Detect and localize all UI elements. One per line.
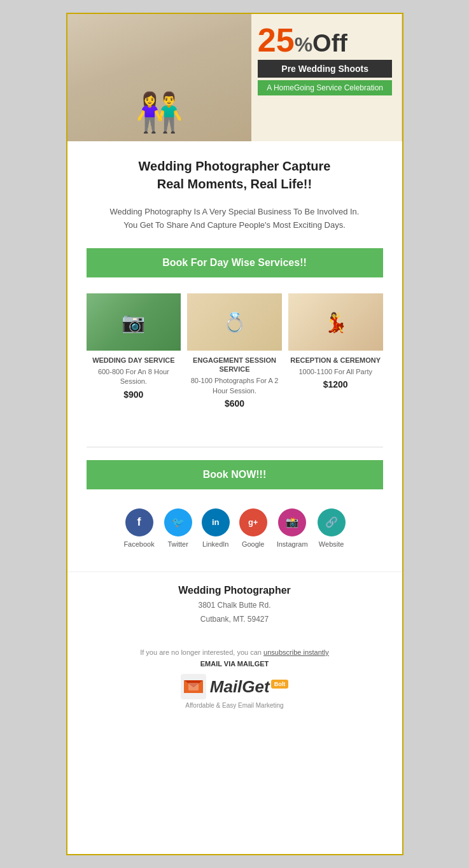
discount-off: Off	[312, 30, 347, 57]
discount-percent: %	[295, 33, 312, 56]
company-name: Wedding Photographer	[87, 585, 383, 596]
main-content: Wedding Photographer CaptureReal Moments…	[67, 141, 402, 437]
mailget-name: MailGetBolt	[210, 677, 288, 697]
service-name-2: RECEPTION & CEREMONY	[288, 356, 383, 365]
mailget-tagline: Affordable & Easy Email Marketing	[87, 702, 383, 709]
linkedin-icon: in	[202, 508, 230, 536]
email-container: 25%Off Pre Wedding Shoots A HomeGoing Se…	[66, 13, 403, 855]
service-price-0: $900	[87, 389, 181, 400]
social-icons-row: f Facebook 🐦 Twitter in LinkedIn g+ Goog…	[87, 508, 383, 548]
twitter-label: Twitter	[167, 540, 188, 548]
unsub-pre: If you are no longer interested, you can	[140, 648, 262, 656]
service-name-0: WEDDING DAY SERVICE	[87, 356, 181, 365]
google-icon: g+	[239, 508, 267, 536]
svg-rect-3	[188, 683, 199, 690]
hero-text-area: 25%Off Pre Wedding Shoots A HomeGoing Se…	[251, 14, 402, 141]
hero-banner-dark: Pre Wedding Shoots	[258, 60, 393, 78]
mailget-logo: MailGetBolt	[87, 674, 383, 699]
social-google[interactable]: g+ Google	[239, 508, 267, 548]
website-icon: 🔗	[318, 508, 346, 536]
unsub-text: If you are no longer interested, you can…	[87, 648, 383, 656]
discount-number: 25	[258, 22, 295, 59]
footer-info: Wedding Photographer 3801 Chalk Butte Rd…	[67, 571, 402, 639]
service-price-2: $1200	[288, 379, 383, 389]
mailget-bolt: Bolt	[271, 680, 289, 689]
footer-bottom: If you are no longer interested, you can…	[67, 639, 402, 722]
main-heading: Wedding Photographer CaptureReal Moments…	[87, 157, 383, 193]
divider-1	[87, 447, 383, 447]
mailget-icon	[181, 674, 206, 699]
social-twitter[interactable]: 🐦 Twitter	[164, 508, 192, 548]
service-price-1: $600	[187, 398, 282, 409]
social-website[interactable]: 🔗 Website	[318, 508, 346, 548]
hero-banner-green: A HomeGoing Service Celebration	[258, 80, 393, 95]
book-now-section: Book NOW!!!	[67, 460, 402, 502]
twitter-icon: 🐦	[164, 508, 192, 536]
couple-photo	[67, 14, 251, 141]
service-desc-0: 600-800 For An 8 Hour Session.	[87, 367, 181, 387]
address-line2: Cutbank, MT. 59427	[200, 615, 269, 624]
services-grid: WEDDING DAY SERVICE 600-800 For An 8 Hou…	[87, 293, 383, 409]
service-image-engagement	[187, 293, 282, 351]
instagram-icon: 📸	[278, 508, 306, 536]
linkedin-label: LinkedIn	[202, 540, 229, 548]
via-mailget-text: EMAIL VIA MAILGET	[87, 660, 383, 668]
facebook-label: Facebook	[123, 540, 154, 548]
sub-text: Wedding Photography Is A Very Special Bu…	[87, 206, 383, 232]
social-linkedin[interactable]: in LinkedIn	[202, 508, 230, 548]
hero-image	[67, 14, 251, 141]
social-facebook[interactable]: f Facebook	[123, 508, 154, 548]
website-label: Website	[319, 540, 344, 548]
service-name-1: ENGAGEMENT SESSION SERVICE	[187, 356, 282, 374]
social-section: f Facebook 🐦 Twitter in LinkedIn g+ Goog…	[67, 502, 402, 571]
unsub-link[interactable]: unsubscribe instantly	[263, 648, 329, 656]
footer-address: 3801 Chalk Butte Rd. Cutbank, MT. 59427	[87, 599, 383, 626]
facebook-icon: f	[125, 508, 153, 536]
service-image-reception	[288, 293, 383, 351]
service-engagement: ENGAGEMENT SESSION SERVICE 80-100 Photog…	[187, 293, 282, 409]
instagram-label: Instagram	[277, 540, 308, 548]
service-desc-2: 1000-1100 For All Party	[288, 367, 383, 377]
address-line1: 3801 Chalk Butte Rd.	[198, 601, 270, 610]
hero-discount: 25%Off	[258, 24, 393, 57]
service-image-wedding-day	[87, 293, 181, 351]
social-instagram[interactable]: 📸 Instagram	[277, 508, 308, 548]
service-desc-1: 80-100 Photographs For A 2 Hour Session.	[187, 376, 282, 396]
google-label: Google	[242, 540, 264, 548]
service-reception: RECEPTION & CEREMONY 1000-1100 For All P…	[288, 293, 383, 409]
book-services-button[interactable]: Book For Day Wise Services!!	[87, 248, 383, 277]
service-wedding-day: WEDDING DAY SERVICE 600-800 For An 8 Hou…	[87, 293, 181, 409]
book-now-button[interactable]: Book NOW!!!	[87, 460, 383, 489]
hero-section: 25%Off Pre Wedding Shoots A HomeGoing Se…	[67, 14, 402, 141]
